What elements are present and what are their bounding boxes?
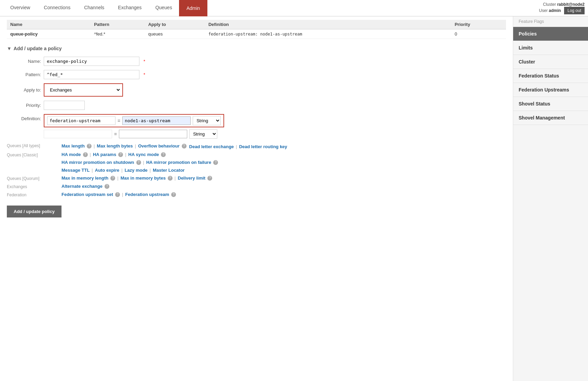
links-content-queues-quorum: Max in memory length ? | Max in memory b… [61,175,212,181]
pattern-required: * [143,72,145,77]
sidebar-item-policies[interactable]: Policies [513,27,588,41]
help-fed-upstream-icon[interactable]: ? [171,192,176,197]
sep3: | [236,144,237,149]
help-alternate-exchange-icon[interactable]: ? [105,184,109,189]
definition-key-input[interactable] [47,116,115,125]
sidebar-item-federation-upstreams[interactable]: Federation Upstreams [513,83,588,97]
help-ha-mode-icon[interactable]: ? [83,152,88,157]
links-content-queues-classic: HA mode ? | HA params ? | HA sync mode ?… [61,152,448,173]
link-max-length[interactable]: Max length [61,143,85,149]
col-name: Name [7,20,91,29]
cluster-info: Cluster rabbit@node2 User admin Log out [539,2,585,14]
help-delivery-limit-icon[interactable]: ? [207,176,212,181]
help-overflow-icon[interactable]: ? [182,144,187,149]
main-content: Name Pattern Apply to Definition Priorit… [0,16,513,381]
link-federation-upstream[interactable]: Federation upstream [125,192,169,197]
link-ha-mirror-shutdown[interactable]: HA mirror promotion on shutdown [61,160,134,165]
top-nav: Overview Connections Channels Exchanges … [0,0,588,16]
nav-connections[interactable]: Connections [37,0,77,16]
definition-value2-input[interactable] [119,130,187,138]
links-content-exchanges: Alternate exchange ? [61,184,109,189]
sidebar: Feature Flags Policies Limits Cluster Fe… [513,16,588,381]
sep4: | [90,152,91,157]
link-max-in-memory-bytes[interactable]: Max in memory bytes [121,175,166,181]
policy-apply-to: queues [145,29,205,39]
def-equals: = [118,118,120,124]
name-row: Name: * [7,57,506,66]
definition-type2-select[interactable]: String Number Boolean List [189,129,217,139]
link-message-ttl[interactable]: Message TTL [61,168,90,173]
sidebar-item-shovel-status[interactable]: Shovel Status [513,97,588,111]
add-policy-button[interactable]: Add / update policy [7,206,61,217]
sidebar-item-federation-status[interactable]: Federation Status [513,69,588,83]
sep8: | [121,168,122,173]
link-ha-mode[interactable]: HA mode [61,152,81,157]
sep2: | [135,143,136,149]
links-section: Queues [All types] Max length ? | Max le… [7,143,506,197]
col-apply-to: Apply to [145,20,205,29]
link-ha-sync-mode[interactable]: HA sync mode [128,152,159,157]
apply-to-wrapper: Exchanges Queues All [44,83,123,97]
help-max-memory-length-icon[interactable]: ? [110,176,115,181]
link-master-locator[interactable]: Master Locator [153,168,184,173]
nav-overview[interactable]: Overview [3,0,37,16]
links-content-federation: Federation upstream set ? | Federation u… [61,192,176,197]
sidebar-item-shovel-management[interactable]: Shovel Management [513,111,588,125]
link-alternate-exchange[interactable]: Alternate exchange [61,184,102,189]
link-ha-mirror-failure[interactable]: HA mirror promotion on failure [146,160,211,165]
feature-flags-text: Feature Flags [513,16,588,27]
priority-input[interactable] [44,101,85,110]
definition-key2-input[interactable] [44,130,112,138]
sep9: | [150,168,151,173]
link-max-in-memory-length[interactable]: Max in memory length [61,175,108,181]
pattern-label: Pattern: [7,72,41,77]
link-dead-letter-routing-key[interactable]: Dead letter routing key [239,144,287,149]
links-group-federation: Federation Federation upstream set ? | F… [7,192,506,197]
apply-to-select[interactable]: Exchanges Queues All [46,85,121,95]
link-ha-params[interactable]: HA params [93,152,116,157]
def-equals2: = [114,131,117,137]
help-ha-shutdown-icon[interactable]: ? [136,160,141,165]
sep1: | [94,143,95,149]
name-input[interactable] [44,57,139,66]
nav-admin[interactable]: Admin [179,0,208,16]
user-label: User [539,8,548,13]
policy-name[interactable]: queue-policy [10,31,38,37]
triangle-icon: ▼ [7,46,12,51]
section-title: Add / update a policy [14,46,62,51]
help-ha-failure-icon[interactable]: ? [213,160,218,165]
help-fed-upstream-set-icon[interactable]: ? [115,192,120,197]
definition-container: = String Number Boolean List = String [44,114,224,139]
links-label-queues-all: Queues [All types] [7,143,61,148]
help-max-memory-bytes-icon[interactable]: ? [168,176,173,181]
links-group-queues-all: Queues [All types] Max length ? | Max le… [7,143,506,149]
nav-channels[interactable]: Channels [77,0,111,16]
sep5: | [125,152,126,157]
pattern-input[interactable] [44,70,139,79]
definition-row2: = String Number Boolean List [44,129,224,139]
link-overflow-behaviour[interactable]: Overflow behaviour [138,143,179,149]
policy-table: Name Pattern Apply to Definition Priorit… [7,20,506,39]
nav-queues[interactable]: Queues [149,0,179,16]
definition-value-input[interactable] [122,116,191,125]
link-max-length-bytes[interactable]: Max length bytes [97,143,133,149]
cluster-label: Cluster [543,2,556,7]
help-ha-sync-icon[interactable]: ? [161,152,166,157]
link-auto-expire[interactable]: Auto expire [95,168,120,173]
nav-exchanges[interactable]: Exchanges [111,0,148,16]
definition-label: Definition: [7,114,41,121]
name-label: Name: [7,59,41,64]
link-delivery-limit[interactable]: Delivery limit [178,175,205,181]
link-dead-letter-exchange[interactable]: Dead letter exchange [189,144,234,149]
link-lazy-mode[interactable]: Lazy mode [125,168,148,173]
nav-items: Overview Connections Channels Exchanges … [3,0,539,16]
help-ha-params-icon[interactable]: ? [118,152,123,157]
sidebar-item-limits[interactable]: Limits [513,41,588,55]
help-max-length-icon[interactable]: ? [87,144,92,149]
table-row: queue-policy ^fed.* queues federation-up… [7,29,506,39]
col-definition: Definition [205,20,451,29]
logout-button[interactable]: Log out [564,7,585,14]
definition-type-select[interactable]: String Number Boolean List [193,116,221,125]
link-federation-upstream-set[interactable]: Federation upstream set [61,192,113,197]
sidebar-item-cluster[interactable]: Cluster [513,55,588,69]
